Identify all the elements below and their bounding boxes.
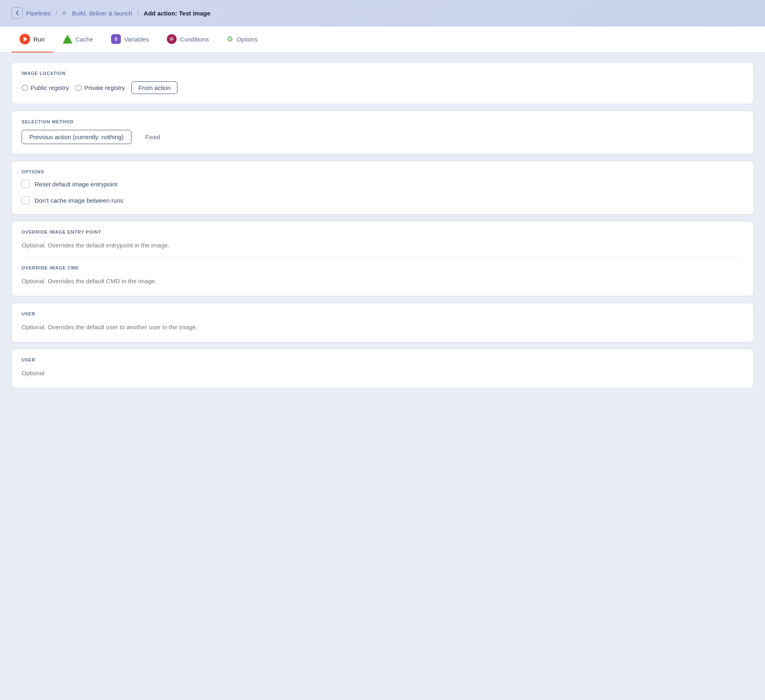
- no-cache-checkbox[interactable]: [22, 196, 30, 204]
- tab-conditions-label: Conditions: [180, 36, 209, 43]
- reset-entrypoint-row[interactable]: Reset default image entrypoint: [22, 180, 743, 188]
- tabs-bar: Run Cache S Variables IF Conditions ⚙ Op…: [0, 26, 765, 52]
- run-icon: [20, 34, 30, 44]
- tab-options[interactable]: ⚙ Options: [219, 27, 266, 52]
- public-registry-option[interactable]: Public registry: [22, 84, 69, 91]
- variables-icon: S: [111, 34, 121, 44]
- override-cmd-label: OVERRIDE IMAGE CMD: [22, 265, 743, 270]
- user-label-2: USER: [22, 357, 743, 362]
- breadcrumb-sep2: /: [136, 10, 140, 16]
- main-content: IMAGE LOCATION Public registry Private r…: [0, 52, 765, 398]
- selection-method-label: SELECTION METHOD: [22, 119, 743, 124]
- public-registry-radio[interactable]: [22, 85, 28, 91]
- image-location-options: Public registry Private registry From ac…: [22, 81, 743, 94]
- private-registry-label: Private registry: [84, 84, 125, 91]
- fixed-option[interactable]: Fixed: [138, 130, 168, 144]
- user-input-1[interactable]: [22, 322, 743, 332]
- options-icon: ⚙: [227, 35, 233, 44]
- user-label-1: USER: [22, 311, 743, 316]
- selection-method-card: SELECTION METHOD Previous action (curren…: [11, 111, 754, 154]
- header: Pipelines / Build, deliver & launch / Ad…: [0, 0, 765, 26]
- reset-entrypoint-checkbox[interactable]: [22, 180, 30, 188]
- options-card-label: OPTIONS: [22, 169, 743, 174]
- override-entrypoint-input[interactable]: [22, 240, 743, 250]
- breadcrumb-current: Add action: Test image: [144, 10, 210, 17]
- from-action-option[interactable]: From action: [131, 81, 177, 94]
- cache-icon: [63, 34, 72, 44]
- conditions-icon: IF: [167, 34, 177, 44]
- private-registry-option[interactable]: Private registry: [75, 84, 125, 91]
- image-location-card: IMAGE LOCATION Public registry Private r…: [11, 62, 754, 104]
- tab-conditions[interactable]: IF Conditions: [159, 27, 217, 52]
- from-action-label: From action: [138, 84, 170, 91]
- breadcrumb-sep1: /: [54, 10, 59, 16]
- user-card-2: USER: [11, 349, 754, 388]
- override-cmd-section: OVERRIDE IMAGE CMD: [22, 258, 743, 286]
- options-checkboxes: Reset default image entrypoint Don't cac…: [22, 180, 743, 204]
- user-input-2[interactable]: [22, 368, 743, 378]
- override-card: OVERRIDE IMAGE ENTRY POINT OVERRIDE IMAG…: [11, 221, 754, 296]
- previous-action-option[interactable]: Previous action (currently: nothing): [22, 130, 131, 144]
- previous-action-label: Previous action (currently: nothing): [29, 133, 124, 140]
- pipeline-status-dot: [62, 11, 66, 15]
- image-location-label: IMAGE LOCATION: [22, 71, 743, 76]
- no-cache-label: Don't cache image between runs: [35, 197, 123, 204]
- user-card-1: USER: [11, 303, 754, 342]
- tab-variables-label: Variables: [124, 36, 149, 43]
- breadcrumb-item1[interactable]: Pipelines: [26, 10, 51, 17]
- no-cache-row[interactable]: Don't cache image between runs: [22, 196, 743, 204]
- tab-run[interactable]: Run: [11, 26, 53, 52]
- fixed-label: Fixed: [145, 133, 160, 140]
- tab-options-label: Options: [236, 36, 258, 43]
- tab-variables[interactable]: S Variables: [103, 27, 157, 52]
- override-cmd-input[interactable]: [22, 276, 743, 286]
- back-button[interactable]: [11, 7, 23, 19]
- breadcrumb-item2[interactable]: Build, deliver & launch: [72, 10, 132, 17]
- selection-method-options: Previous action (currently: nothing) Fix…: [22, 130, 743, 144]
- run-triangle: [24, 37, 27, 42]
- override-entrypoint-label: OVERRIDE IMAGE ENTRY POINT: [22, 230, 743, 234]
- reset-entrypoint-label: Reset default image entrypoint: [35, 181, 117, 188]
- tab-cache-label: Cache: [76, 36, 93, 43]
- public-registry-label: Public registry: [31, 84, 69, 91]
- cache-triangle-base: [65, 38, 70, 42]
- private-registry-radio[interactable]: [75, 85, 82, 91]
- options-card: OPTIONS Reset default image entrypoint D…: [11, 161, 754, 214]
- override-entrypoint-section: OVERRIDE IMAGE ENTRY POINT: [22, 230, 743, 250]
- tab-run-label: Run: [33, 36, 45, 43]
- tab-cache[interactable]: Cache: [55, 27, 101, 52]
